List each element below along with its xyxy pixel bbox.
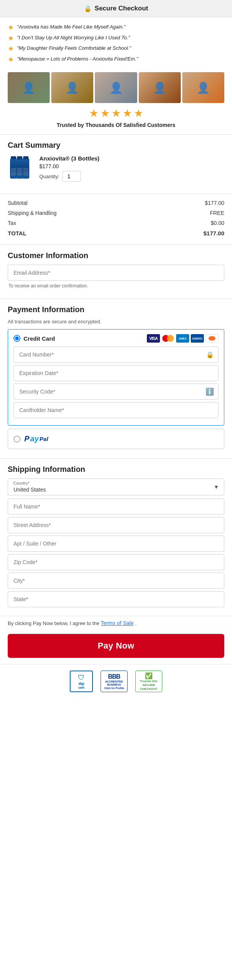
- apt-suite-field[interactable]: [8, 536, 224, 552]
- customer-info-title: Customer Information: [8, 251, 224, 260]
- person-silhouette-4: 👤: [139, 72, 181, 103]
- cardholder-name-field[interactable]: [13, 402, 219, 418]
- person-silhouette-5: 👤: [182, 72, 224, 103]
- terms-text-after: .: [135, 620, 137, 626]
- paypal-logo: P ay Pal: [24, 434, 48, 443]
- person-silhouette-2: 👤: [51, 72, 93, 103]
- bottle-2: [16, 159, 23, 179]
- expiration-field[interactable]: [13, 365, 219, 381]
- subtotal-value: $177.00: [205, 200, 224, 206]
- big-star-1: ★: [89, 107, 99, 120]
- quantity-label: Quantity:: [39, 174, 59, 179]
- testimonial-text-4: "Menopause = Lots of Problems - Anxiovit…: [17, 56, 138, 63]
- testimonial-4: ★ "Menopause = Lots of Problems - Anxiov…: [8, 56, 224, 64]
- quantity-input[interactable]: [62, 171, 81, 182]
- testimonial-text-2: "I Don't Stay Up All Night Worrying Like…: [17, 34, 130, 41]
- star-icon-2: ★: [8, 34, 14, 43]
- trustedsite-text: Trusted SiteSECURECHECKOUT: [140, 679, 158, 691]
- testimonials-section: ★ "Anxiovita has Made Me Feel Like Mysel…: [0, 17, 232, 69]
- social-image-3: 👤: [95, 72, 137, 103]
- bottle-label-1: [11, 168, 16, 176]
- digicert-text: digicert: [78, 682, 84, 689]
- digicert-badge: 🛡 digicert: [70, 671, 93, 692]
- payment-title: Payment Information: [8, 305, 224, 314]
- credit-card-radio[interactable]: [13, 335, 20, 342]
- email-field[interactable]: [8, 265, 224, 281]
- card-number-field[interactable]: [13, 346, 219, 363]
- bottle-cap-1: [11, 156, 16, 159]
- bottle-label-2: [17, 168, 22, 176]
- shipping-row: Shipping & Handling FREE: [8, 208, 224, 218]
- social-image-5: 👤: [182, 72, 224, 103]
- payment-section: Payment Information All transactions are…: [0, 299, 232, 458]
- customer-info-section: Customer Information To receive an email…: [0, 245, 232, 299]
- discover-inner: [208, 336, 215, 341]
- credit-card-option[interactable]: Credit Card VISA AMEX DINERS: [8, 329, 224, 426]
- product-image: [8, 155, 35, 182]
- credit-card-label: Credit Card: [24, 335, 55, 342]
- paypal-option[interactable]: P ay Pal: [8, 429, 224, 449]
- mc-circle-right: [167, 335, 174, 342]
- paypal-pal: Pal: [40, 436, 49, 442]
- credit-card-left: Credit Card: [13, 335, 55, 342]
- lock-field-icon: 🔒: [206, 351, 214, 358]
- star-rating-row: ★ ★ ★ ★ ★: [8, 107, 224, 120]
- header-title: Secure Checkout: [95, 5, 148, 12]
- cart-title: Cart Summary: [8, 141, 224, 150]
- bottle-label-3: [23, 168, 29, 176]
- testimonial-3: ★ "My Daughter Finally Feels Comfortable…: [8, 45, 224, 53]
- mastercard-icon: [161, 334, 175, 343]
- zip-code-field[interactable]: [8, 554, 224, 570]
- card-fields: 🔒 ℹ️: [13, 346, 219, 421]
- bottle-cap-2: [17, 156, 22, 159]
- testimonial-text-1: "Anxiovita has Made Me Feel Like Myself …: [17, 24, 126, 30]
- product-details: Anxiovita® (3 Bottles) $177.00 Quantity:: [39, 155, 99, 182]
- bottle-cap-3: [23, 156, 29, 159]
- street-address-field[interactable]: [8, 517, 224, 533]
- security-code-field[interactable]: [13, 384, 219, 400]
- product-name: Anxiovita® (3 Bottles): [39, 155, 99, 162]
- pay-now-button[interactable]: Pay Now: [8, 634, 224, 658]
- cart-summary-section: Cart Summary Anxiovita® (3 Bottles) $177…: [0, 135, 232, 194]
- mc-circles: [161, 334, 175, 343]
- person-silhouette-1: 👤: [8, 72, 50, 103]
- bottle-3: [22, 159, 29, 179]
- person-silhouette-3: 👤: [95, 72, 137, 103]
- testimonial-text-3: "My Daughter Finally Feels Comfortable a…: [17, 45, 131, 52]
- state-field[interactable]: [8, 591, 224, 607]
- bbb-text: BBB: [108, 673, 120, 680]
- order-totals: Subtotal $177.00 Shipping & Handling FRE…: [0, 194, 232, 245]
- info-icon: ℹ️: [205, 387, 214, 396]
- shipping-label: Shipping & Handling: [8, 210, 57, 216]
- star-icon-3: ★: [8, 45, 14, 53]
- diners-icon: DINERS: [191, 334, 204, 343]
- paypal-radio[interactable]: [13, 436, 20, 443]
- trust-badges-section: 🛡 digicert BBB ACCREDITEDBUSINESSClick f…: [0, 664, 232, 701]
- tax-value: $0.00: [211, 220, 224, 226]
- social-image-2: 👤: [51, 72, 93, 103]
- credit-card-header: Credit Card VISA AMEX DINERS: [13, 334, 219, 343]
- big-star-4: ★: [123, 107, 132, 120]
- terms-text-before: By clicking Pay Now below, I agree to th…: [8, 620, 101, 626]
- subtotal-label: Subtotal: [8, 200, 27, 206]
- lock-icon: 🔒: [84, 5, 92, 12]
- subtotal-row: Subtotal $177.00: [8, 198, 224, 208]
- terms-link[interactable]: Terms of Sale: [101, 620, 134, 626]
- trusted-text: Trusted by Thousands Of Satisfied Custom…: [8, 122, 224, 128]
- city-field[interactable]: [8, 573, 224, 589]
- total-value: $177.00: [203, 230, 224, 237]
- trustedsite-badge-item: ✅ Trusted SiteSECURECHECKOUT: [135, 671, 162, 692]
- trustedsite-icon: ✅: [145, 672, 153, 679]
- security-code-wrapper: ℹ️: [13, 384, 219, 400]
- total-row: TOTAL $177.00: [8, 228, 224, 238]
- shipping-section: Shipping Information Country* United Sta…: [0, 458, 232, 616]
- page-header: 🔒 Secure Checkout: [0, 0, 232, 17]
- tax-row: Tax $0.00: [8, 218, 224, 228]
- full-name-field[interactable]: [8, 498, 224, 515]
- quantity-row: Quantity:: [39, 171, 99, 182]
- bbb-subtext: ACCREDITEDBUSINESSClick for Profile: [104, 680, 124, 690]
- visa-icon: VISA: [147, 334, 160, 343]
- country-select[interactable]: United States Canada United Kingdom Aust…: [8, 478, 224, 495]
- card-icons: VISA AMEX DINERS: [147, 334, 219, 343]
- paypal-p-blue: P: [24, 434, 29, 443]
